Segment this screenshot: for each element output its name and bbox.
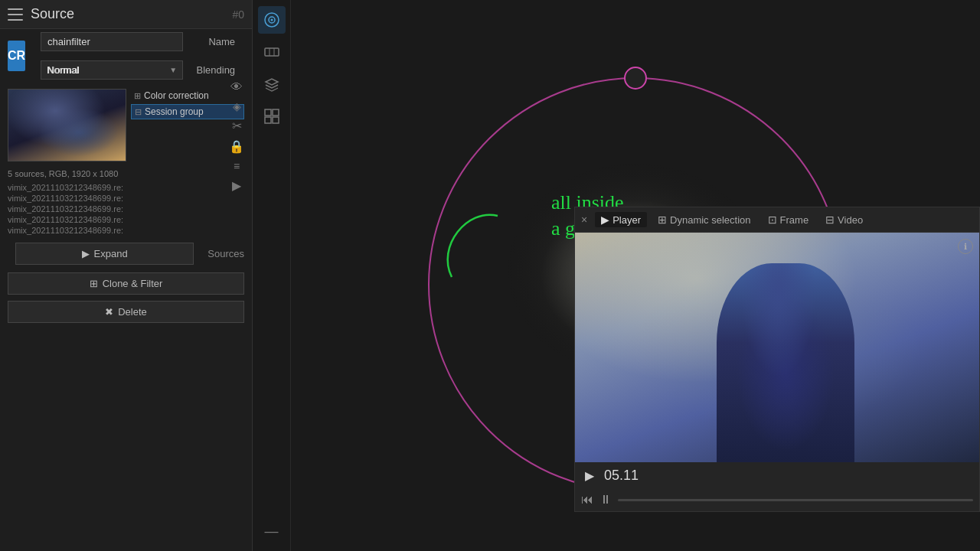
list-item[interactable]: vimix_20211103212348699.re:: [8, 226, 244, 235]
svg-rect-6: [265, 117, 271, 123]
tab-dynamic-selection[interactable]: ⊞ Dynamic selection: [652, 212, 757, 227]
filter-session-group[interactable]: ⊟ Session group: [131, 104, 244, 119]
player-panel: × ▶ Player ⊞ Dynamic selection ⊡ Frame ⊟…: [574, 207, 980, 512]
scissors-icon[interactable]: ✂: [229, 119, 244, 133]
clone-icon: ⊞: [90, 278, 98, 289]
svg-rect-4: [265, 109, 271, 116]
play-button[interactable]: ▶: [581, 467, 598, 484]
list-icon[interactable]: ≡: [229, 160, 244, 172]
list-item[interactable]: vimix_20211103212348699.re:: [8, 183, 244, 192]
tab-player[interactable]: ▶ Player: [595, 212, 647, 227]
page-title: Source: [31, 6, 224, 22]
tab-video[interactable]: ⊟ Video: [819, 212, 869, 227]
list-item[interactable]: vimix_20211103212348699.re:: [8, 204, 244, 214]
expand-button[interactable]: ▶ Expand: [15, 243, 194, 265]
expand-icon: ▶: [82, 248, 90, 259]
sidebar-header: Source #0: [0, 0, 252, 29]
toolbar-minus-icon[interactable]: —: [258, 517, 286, 545]
menu-icon[interactable]: [8, 8, 23, 21]
tab-frame-label: Frame: [780, 214, 809, 226]
video-icon: ⊟: [825, 214, 835, 226]
filter-name-cc: Color correction: [144, 90, 209, 101]
frame-icon: ⊡: [768, 214, 777, 226]
progress-bar[interactable]: [618, 499, 973, 501]
name-row: Name: [33, 29, 243, 54]
eye-icon[interactable]: 👁: [229, 80, 244, 94]
filter-icon-sg: ⊟: [135, 107, 142, 117]
expand-label: Expand: [94, 248, 128, 259]
toolbar-grid-icon[interactable]: [258, 103, 286, 130]
svg-rect-7: [273, 117, 279, 123]
player-close-button[interactable]: ×: [581, 214, 587, 226]
player-play-icon: ▶: [601, 214, 609, 226]
delete-button[interactable]: ✖ Delete: [8, 301, 244, 323]
name-input[interactable]: [41, 32, 183, 51]
svg-rect-3: [265, 48, 279, 56]
blending-row: Normal Additive Multiply Screen Overlay …: [33, 57, 243, 83]
name-label: Name: [189, 36, 235, 47]
filter-name-sg: Session group: [145, 106, 204, 117]
delete-icon: ✖: [105, 306, 113, 318]
svg-point-2: [270, 19, 273, 21]
sources-label: Sources: [207, 248, 244, 259]
time-display: 05.11: [604, 468, 639, 484]
thumbnail-figure: [8, 90, 126, 161]
sidebar: Source #0 CR Name Normal Additive Multip…: [0, 0, 253, 551]
video-info-icon[interactable]: ℹ: [958, 239, 973, 254]
main-canvas: all insidea group ⊡ Source with4 levels …: [291, 0, 980, 551]
left-toolbar: —: [253, 0, 291, 551]
tab-dynamic-label: Dynamic selection: [670, 214, 751, 226]
preview-icons: 👁 ◈ ✂ 🔒 ≡ ▶: [229, 80, 244, 193]
player-bottom-controls: ⏮ ⏸: [575, 488, 979, 511]
source-area: ⊞ Color correction ⊟ Session group: [0, 83, 252, 168]
pause-button[interactable]: ⏸: [599, 493, 612, 507]
expand-row: ▶ Expand Sources: [0, 238, 252, 269]
dynamic-sel-icon: ⊞: [658, 214, 667, 226]
cr-badge: CR: [8, 41, 25, 71]
tab-frame[interactable]: ⊡ Frame: [762, 212, 815, 227]
clone-filter-button[interactable]: ⊞ Clone & Filter: [8, 272, 244, 295]
source-thumbnail: [8, 89, 126, 161]
filter-list: ⊞ Color correction ⊟ Session group: [131, 89, 244, 119]
player-video: ℹ: [575, 233, 979, 462]
filter-icon-cc: ⊞: [134, 91, 141, 101]
skip-back-button[interactable]: ⏮: [581, 493, 593, 507]
source-id: #0: [232, 8, 244, 21]
list-item[interactable]: vimix_20211103212348699.re:: [8, 215, 244, 224]
player-header: × ▶ Player ⊞ Dynamic selection ⊡ Frame ⊟…: [575, 207, 979, 233]
tab-player-label: Player: [612, 214, 641, 226]
filter-color-correction[interactable]: ⊞ Color correction: [131, 89, 244, 103]
clone-label: Clone & Filter: [103, 278, 163, 289]
list-item[interactable]: vimix_20211103212348699.re:: [8, 194, 244, 203]
blending-dropdown[interactable]: Normal Additive Multiply Screen Overlay …: [41, 60, 183, 80]
source-info: 5 sources, RGB, 1920 x 1080: [0, 168, 252, 180]
player-controls: ▶ 05.11: [575, 462, 979, 488]
play-small-icon[interactable]: ▶: [229, 178, 244, 193]
delete-label: Delete: [118, 306, 147, 318]
tab-video-label: Video: [838, 214, 863, 226]
blending-label: Blending: [189, 64, 235, 76]
svg-point-9: [625, 67, 646, 89]
blending-select[interactable]: Normal Additive Multiply Screen Overlay: [41, 60, 183, 80]
file-list: vimix_20211103212348699.re: vimix_202111…: [0, 180, 252, 238]
video-figure: [717, 263, 854, 462]
wave-icon[interactable]: ◈: [229, 100, 244, 112]
svg-rect-5: [273, 109, 279, 116]
lock-icon[interactable]: 🔒: [229, 139, 244, 154]
